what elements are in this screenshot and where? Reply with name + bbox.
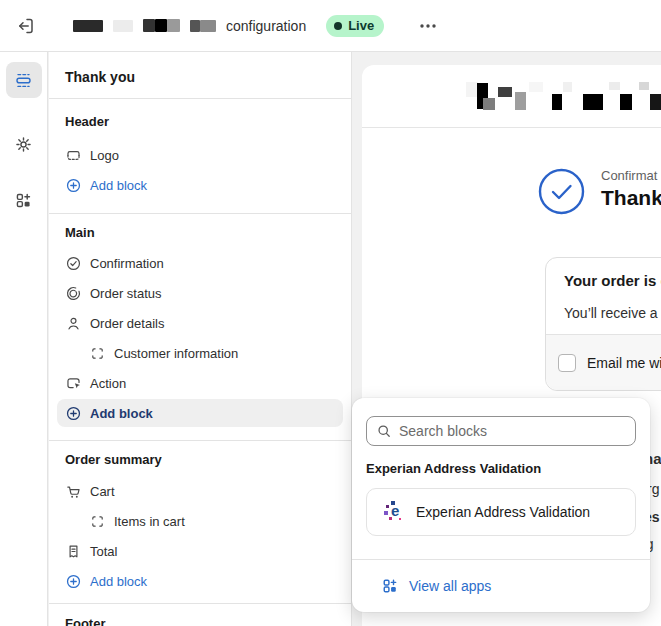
popover-section-title: Experian Address Validation — [366, 461, 541, 476]
sidebar-item-label: Action — [90, 376, 126, 391]
add-circle-icon — [65, 177, 82, 194]
sidebar-item-label: Items in cart — [114, 514, 185, 529]
section-heading-order-summary: Order summary — [65, 452, 162, 467]
sidebar-item-order-status[interactable]: Order status — [57, 278, 343, 308]
add-block-label: Add block — [90, 406, 153, 421]
apps-icon — [381, 577, 399, 595]
redacted-store-logo — [466, 82, 661, 110]
sidebar-item-label: Cart — [90, 484, 115, 499]
section-heading-header: Header — [65, 114, 109, 129]
rail-item-settings[interactable] — [6, 126, 42, 162]
sidebar-item-order-details[interactable]: Order details — [57, 308, 343, 338]
page-title-group: configuration — [73, 18, 306, 34]
sidebar-item-label: Order status — [90, 286, 162, 301]
ellipsis-icon — [418, 16, 438, 36]
rail-item-sections[interactable] — [6, 62, 42, 98]
sidebar-item-label: Logo — [90, 148, 119, 163]
divider — [49, 603, 351, 604]
search-blocks-field[interactable] — [366, 416, 636, 446]
action-cursor-icon — [65, 375, 82, 392]
order-confirmed-card: Your order is c You’ll receive a c Email… — [545, 257, 661, 391]
experian-app-icon: e — [384, 501, 406, 523]
live-dot-icon — [334, 22, 342, 30]
order-card-body: You’ll receive a c — [564, 305, 661, 321]
sidebar-item-label: Total — [90, 544, 117, 559]
preview-header — [362, 65, 661, 128]
section-heading-footer: Footer — [65, 616, 105, 626]
sections-icon — [14, 71, 33, 90]
confirmation-block[interactable]: Confirmat Thank — [538, 168, 661, 215]
top-bar: configuration Live — [0, 0, 661, 52]
check-circle-icon — [65, 255, 82, 272]
divider — [49, 98, 351, 99]
order-card-top: Your order is c You’ll receive a c — [546, 258, 661, 335]
more-actions-button[interactable] — [412, 10, 444, 42]
add-block-header-button[interactable]: Add block — [57, 170, 343, 200]
sidebar-page-title: Thank you — [65, 69, 135, 85]
confirmation-label: Confirmat — [601, 168, 661, 183]
add-block-summary-button[interactable]: Add block — [57, 566, 343, 596]
experian-app-block-option[interactable]: e Experian Address Validation — [366, 488, 636, 536]
divider — [352, 559, 650, 560]
sidebar-item-label: Order details — [90, 316, 164, 331]
add-block-popover: Experian Address Validation e Experian A… — [352, 398, 650, 612]
logo-block-icon — [65, 147, 82, 164]
divider — [49, 440, 351, 441]
rail-item-apps[interactable] — [6, 182, 42, 218]
sidebar-item-logo[interactable]: Logo — [57, 140, 343, 170]
exit-editor-button[interactable] — [8, 8, 44, 44]
person-icon — [65, 315, 82, 332]
add-block-label: Add block — [90, 574, 147, 589]
email-updates-checkbox[interactable] — [558, 354, 576, 372]
live-badge-label: Live — [348, 18, 374, 33]
order-status-icon — [65, 285, 82, 302]
sidebar-item-total[interactable]: Total — [57, 536, 343, 566]
add-block-main-button[interactable]: Add block — [57, 399, 343, 427]
view-all-apps-label: View all apps — [409, 578, 491, 594]
exit-icon — [16, 16, 36, 36]
gear-icon — [14, 135, 33, 154]
add-block-label: Add block — [90, 178, 147, 193]
receipt-icon — [65, 543, 82, 560]
confirmation-check-icon — [538, 168, 585, 215]
redacted-title-block — [190, 20, 216, 32]
section-heading-main: Main — [65, 225, 95, 240]
redacted-title-block — [143, 19, 180, 32]
email-updates-label: Email me wit — [587, 355, 661, 371]
sidebar-item-cart[interactable]: Cart — [57, 476, 343, 506]
email-updates-row: Email me wit — [546, 334, 661, 390]
sidebar-item-label: Confirmation — [90, 256, 164, 271]
frame-brackets-icon — [89, 345, 106, 362]
divider — [49, 213, 351, 214]
add-circle-icon — [65, 573, 82, 590]
confirmation-text: Confirmat Thank — [601, 168, 661, 210]
redacted-title-block — [73, 20, 103, 32]
search-blocks-input[interactable] — [399, 423, 626, 439]
live-status-badge: Live — [326, 15, 384, 37]
add-circle-icon — [65, 405, 82, 422]
sidebar-item-items-in-cart[interactable]: Items in cart — [57, 506, 343, 536]
sidebar-item-customer-information[interactable]: Customer information — [57, 338, 343, 368]
view-all-apps-button[interactable]: View all apps — [366, 570, 636, 602]
apps-icon — [14, 191, 33, 210]
frame-brackets-icon — [89, 513, 106, 530]
page-title: configuration — [226, 18, 306, 34]
search-icon — [376, 423, 392, 439]
order-card-title: Your order is c — [564, 272, 661, 289]
thank-you-heading: Thank — [601, 186, 661, 210]
sidebar-item-label: Customer information — [114, 346, 238, 361]
sidebar-item-confirmation[interactable]: Confirmation — [57, 248, 343, 278]
redacted-title-block — [113, 20, 133, 32]
left-icon-rail — [0, 52, 48, 626]
layers-sidebar: Thank you Header Logo Add block Main Con… — [49, 52, 352, 626]
sidebar-item-action[interactable]: Action — [57, 368, 343, 398]
cart-icon — [65, 483, 82, 500]
experian-app-name: Experian Address Validation — [416, 504, 590, 520]
